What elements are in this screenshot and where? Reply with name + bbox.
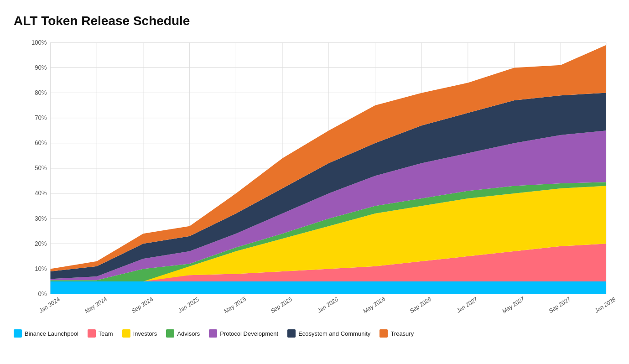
svg-text:90%: 90% [35,63,47,71]
svg-text:Jan 2027: Jan 2027 [456,296,478,314]
legend-color-swatch [287,329,296,338]
legend-item: Advisors [166,329,200,338]
svg-text:0%: 0% [38,290,47,297]
svg-text:May 2027: May 2027 [501,295,525,315]
legend-item: Protocol Development [209,329,278,338]
svg-text:30%: 30% [35,214,47,222]
svg-text:Jan 2026: Jan 2026 [317,296,339,314]
svg-text:Sep 2024: Sep 2024 [130,295,154,315]
legend-item: Binance Launchpool [14,329,78,338]
chart-svg: 0% 10% 20% 30% 40% 50% 60% 70% 80% 90% 1… [14,37,615,325]
svg-text:50%: 50% [35,164,47,172]
legend-label: Ecosystem and Community [298,330,370,337]
svg-text:Sep 2025: Sep 2025 [270,295,293,315]
legend-label: Advisors [177,330,200,337]
svg-text:Jan 2025: Jan 2025 [177,296,200,314]
legend-color-swatch [88,329,96,338]
svg-text:May 2025: May 2025 [223,295,247,315]
svg-text:70%: 70% [35,114,47,121]
legend-item: Team [88,329,113,338]
legend-label: Binance Launchpool [25,330,78,337]
svg-text:May 2024: May 2024 [84,295,108,315]
legend-label: Investors [133,330,157,337]
svg-text:Jan 2024: Jan 2024 [38,296,61,314]
legend-item: Investors [122,329,157,338]
legend-color-swatch [209,329,217,338]
svg-text:100%: 100% [31,38,47,46]
legend-item: Ecosystem and Community [287,329,370,338]
svg-text:May 2026: May 2026 [362,295,386,315]
legend-label: Team [99,330,113,337]
svg-text:10%: 10% [35,265,47,272]
legend-item: Treasury [379,329,414,338]
legend-label: Treasury [390,330,414,337]
svg-text:Sep 2027: Sep 2027 [548,295,572,315]
svg-text:60%: 60% [35,139,47,147]
legend-label: Protocol Development [220,330,278,337]
legend-color-swatch [166,329,174,338]
area-binance-launchpool [51,281,606,294]
svg-text:Sep 2026: Sep 2026 [409,295,432,315]
chart-legend: Binance LaunchpoolTeamInvestorsAdvisorsP… [14,329,615,338]
svg-text:20%: 20% [35,239,47,247]
legend-color-swatch [122,329,130,338]
page-title: ALT Token Release Schedule [14,14,615,28]
chart-area: 0% 10% 20% 30% 40% 50% 60% 70% 80% 90% 1… [14,37,615,325]
legend-color-swatch [379,329,388,338]
svg-text:40%: 40% [35,189,47,197]
svg-text:80%: 80% [35,88,47,96]
svg-text:Jan 2028: Jan 2028 [594,296,615,314]
legend-color-swatch [14,329,22,338]
